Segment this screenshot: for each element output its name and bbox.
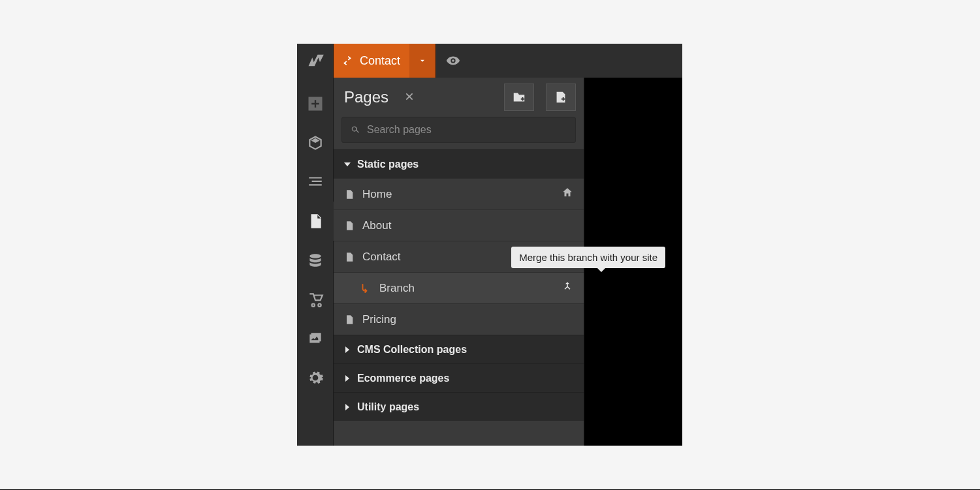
merge-tooltip: Merge this branch with your site <box>511 247 665 268</box>
rail-symbols-button[interactable] <box>297 123 334 162</box>
section-cms-pages[interactable]: CMS Collection pages <box>334 335 584 363</box>
rail-add-button[interactable] <box>297 84 334 123</box>
section-label: Ecommerce pages <box>357 373 449 384</box>
current-page-pill[interactable]: Contact <box>334 44 409 78</box>
new-folder-button[interactable] <box>504 84 534 111</box>
logo-button[interactable] <box>297 44 334 78</box>
caret-down-icon <box>344 161 351 168</box>
panel-header: Pages <box>334 78 584 117</box>
caret-right-icon <box>344 404 351 410</box>
merge-icon <box>561 281 573 292</box>
page-icon <box>344 313 355 326</box>
page-row-about[interactable]: About <box>334 209 584 241</box>
folder-plus-icon <box>512 90 526 104</box>
merge-branch-button[interactable] <box>561 281 573 296</box>
caret-right-icon <box>344 346 351 353</box>
rail-cms-button[interactable] <box>297 241 334 280</box>
cube-icon <box>307 134 324 151</box>
page-label: Contact <box>362 251 401 264</box>
search-icon <box>350 125 360 135</box>
page-icon <box>344 251 355 264</box>
rail-settings-button[interactable] <box>297 358 334 397</box>
database-icon <box>307 252 324 269</box>
page-label: Home <box>362 188 392 201</box>
page-label: Pricing <box>362 313 396 326</box>
search-pages[interactable] <box>341 117 576 143</box>
page-icon <box>307 213 324 230</box>
navigator-icon <box>307 174 324 191</box>
section-label: CMS Collection pages <box>357 344 467 356</box>
pages-panel: Pages Stat <box>334 78 584 446</box>
section-label: Static pages <box>357 159 419 170</box>
search-input[interactable] <box>367 124 567 136</box>
section-utility-pages[interactable]: Utility pages <box>334 392 584 421</box>
page-icon <box>344 219 355 232</box>
close-icon <box>404 91 415 102</box>
preview-button[interactable] <box>435 44 469 78</box>
eye-icon <box>446 54 460 68</box>
close-panel-button[interactable] <box>404 90 415 105</box>
caret-right-icon <box>344 375 351 382</box>
left-rail <box>297 78 334 446</box>
page-label: Branch <box>379 282 415 295</box>
chevron-down-icon <box>418 56 427 65</box>
page-label: About <box>362 219 391 232</box>
section-ecommerce-pages[interactable]: Ecommerce pages <box>334 363 584 392</box>
rail-ecommerce-button[interactable] <box>297 280 334 319</box>
page-plus-icon <box>554 90 568 104</box>
topbar: Contact <box>297 44 682 78</box>
rail-assets-button[interactable] <box>297 319 334 358</box>
body-row: Pages Stat <box>297 78 682 446</box>
cart-icon <box>307 291 324 308</box>
rail-pages-button[interactable] <box>297 202 334 241</box>
app-window: Contact <box>297 44 682 446</box>
search-wrap <box>334 117 584 149</box>
page-row-home[interactable]: Home <box>334 178 584 209</box>
tooltip-text: Merge this branch with your site <box>519 252 657 263</box>
section-label: Utility pages <box>357 401 419 413</box>
branch-arrow-icon <box>360 283 371 294</box>
gear-icon <box>307 369 324 386</box>
webflow-logo-icon <box>306 52 324 70</box>
page-dropdown-button[interactable] <box>409 44 435 78</box>
page-row-branch[interactable]: Branch Merge this branch with your site <box>334 272 584 303</box>
plus-box-icon <box>306 95 324 113</box>
section-static-pages[interactable]: Static pages <box>334 149 584 178</box>
panel-title: Pages <box>344 88 388 106</box>
branch-swap-icon <box>341 55 353 67</box>
rail-navigator-button[interactable] <box>297 162 334 202</box>
page-row-pricing[interactable]: Pricing <box>334 303 584 335</box>
home-indicator <box>561 187 573 202</box>
images-icon <box>307 330 324 347</box>
new-page-button[interactable] <box>546 84 576 111</box>
page-icon <box>344 188 355 201</box>
current-page-label: Contact <box>360 54 400 68</box>
home-icon <box>561 187 573 198</box>
